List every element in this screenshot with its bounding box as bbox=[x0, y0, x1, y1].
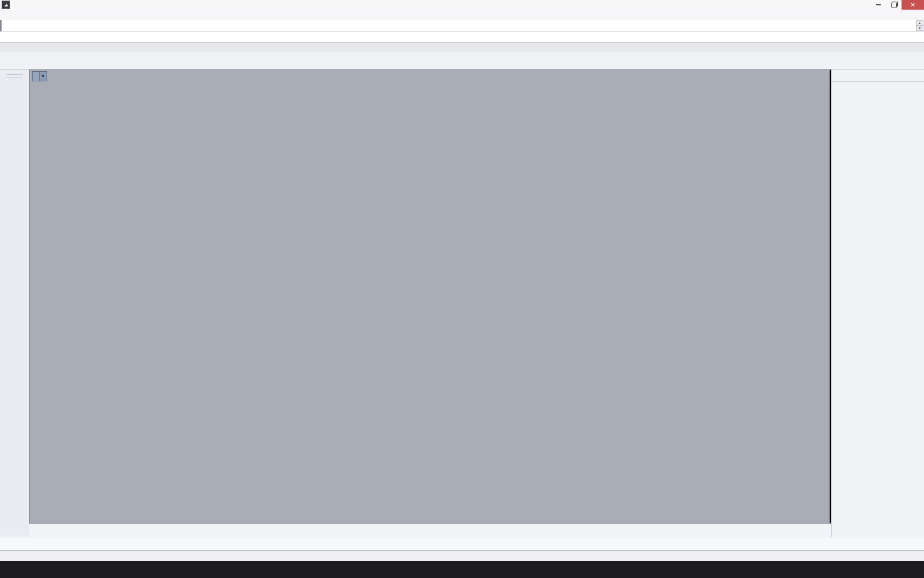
tool-sidebar bbox=[0, 70, 29, 537]
panel-tab-strip bbox=[831, 70, 924, 81]
osnap-bar bbox=[0, 537, 924, 550]
app-window-icon bbox=[2, 1, 10, 9]
close-button[interactable]: ✕ bbox=[902, 0, 924, 10]
windows-taskbar bbox=[0, 561, 924, 578]
title-bar: ✕ bbox=[0, 0, 924, 10]
toolbar-tab-strip bbox=[0, 43, 924, 52]
command-history[interactable]: ▲ ▼ bbox=[0, 20, 924, 32]
viewport-tab-strip bbox=[29, 523, 831, 537]
status-bar bbox=[0, 550, 924, 561]
scroll-up-icon[interactable]: ▲ bbox=[916, 20, 923, 26]
menu-bar bbox=[0, 10, 924, 20]
viewport-canvas[interactable] bbox=[29, 70, 830, 523]
command-input[interactable] bbox=[0, 32, 924, 43]
sidebar-grip[interactable] bbox=[6, 74, 22, 75]
sidebar-grip2[interactable] bbox=[6, 78, 22, 78]
command-scrollbar[interactable]: ▲ ▼ bbox=[916, 20, 923, 31]
viewport-dropdown-icon[interactable]: ▼ bbox=[39, 72, 47, 81]
scroll-down-icon[interactable]: ▼ bbox=[916, 26, 923, 31]
restore-button[interactable] bbox=[886, 0, 902, 10]
properties-table bbox=[831, 81, 924, 82]
standard-toolbar bbox=[0, 52, 924, 70]
viewport-title-dropdown[interactable]: ▼ bbox=[32, 71, 47, 81]
viewport-tabs-spacer bbox=[0, 523, 29, 537]
properties-panel bbox=[831, 70, 924, 537]
minimize-button[interactable] bbox=[871, 0, 886, 10]
